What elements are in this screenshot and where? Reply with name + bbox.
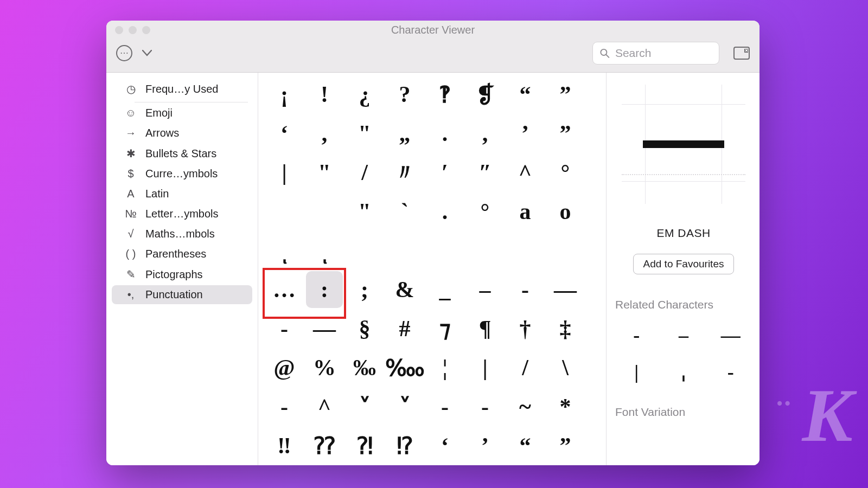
char-cell[interactable]: ͺ <box>306 232 343 269</box>
char-cell[interactable] <box>426 232 463 269</box>
char-cell[interactable]: ‘ <box>266 115 303 152</box>
char-cell[interactable]: ⁈ <box>346 427 383 464</box>
char-cell[interactable]: ‼ <box>266 427 303 464</box>
zoom-window-button[interactable] <box>142 26 150 34</box>
char-cell[interactable]: – <box>467 271 503 308</box>
char-cell[interactable]: — <box>306 310 343 347</box>
sidebar-item-latin[interactable]: ALatin <box>112 184 252 203</box>
char-cell[interactable]: ˅ <box>386 388 423 425</box>
char-cell[interactable]: o <box>547 193 584 230</box>
char-cell[interactable]: ? <box>386 76 423 113</box>
char-cell[interactable]: † <box>507 310 544 347</box>
char-cell[interactable]: - <box>467 388 503 425</box>
char-cell[interactable]: | <box>467 349 503 386</box>
related-char-cell[interactable]: - <box>709 356 752 388</box>
char-cell[interactable]: ‰ <box>346 349 383 386</box>
char-cell[interactable]: - <box>266 310 303 347</box>
char-cell[interactable]: " <box>306 154 343 191</box>
char-cell[interactable]: _ <box>426 271 463 308</box>
char-cell[interactable] <box>266 193 303 230</box>
char-cell[interactable]: @ <box>266 349 303 386</box>
sidebar-item-arrows[interactable]: →Arrows <box>112 124 252 143</box>
char-cell[interactable] <box>547 232 584 269</box>
actions-menu-button[interactable]: ⋯ <box>116 45 132 61</box>
char-cell[interactable]: , <box>306 115 343 152</box>
close-window-button[interactable] <box>115 26 123 34</box>
actions-menu-chevron[interactable] <box>142 50 152 56</box>
char-cell[interactable]: ^ <box>507 154 544 191</box>
char-cell[interactable]: ͺ <box>266 232 303 269</box>
char-cell[interactable]: ❡ <box>467 76 503 113</box>
char-cell[interactable]: „ <box>386 115 423 152</box>
char-cell[interactable]: ` <box>386 193 423 230</box>
char-cell[interactable]: “ <box>507 76 544 113</box>
sidebar-item-emoji[interactable]: ☺Emoji <box>112 104 252 123</box>
char-cell[interactable]: ¿ <box>346 76 383 113</box>
sidebar-item-pictographs[interactable]: ✎Pictographs <box>112 265 252 284</box>
char-cell[interactable]: " <box>346 115 383 152</box>
char-cell[interactable]: ” <box>547 115 584 152</box>
char-cell[interactable]: ‚ <box>467 115 503 152</box>
sidebar-item-bullets-stars[interactable]: ✱Bullets & Stars <box>112 144 252 163</box>
char-cell[interactable]: ˅ <box>346 388 383 425</box>
sidebar-item-parentheses[interactable]: ( )Parentheses <box>112 245 252 264</box>
char-cell[interactable]: - <box>426 388 463 425</box>
char-cell[interactable]: ” <box>547 76 584 113</box>
char-cell[interactable]: ‱ <box>386 349 423 386</box>
char-cell[interactable] <box>507 232 544 269</box>
char-cell[interactable]: / <box>346 154 383 191</box>
related-char-cell[interactable]: - <box>615 319 658 351</box>
char-cell[interactable]: ° <box>467 193 503 230</box>
char-cell[interactable]: . <box>426 193 463 230</box>
search-input[interactable] <box>615 47 712 60</box>
char-cell[interactable] <box>467 232 503 269</box>
char-cell[interactable]: / <box>507 349 544 386</box>
char-cell[interactable]: 〃 <box>386 154 423 191</box>
char-cell[interactable]: ⁉ <box>386 427 423 464</box>
char-cell[interactable]: ‡ <box>547 310 584 347</box>
related-char-cell[interactable]: ˌ <box>662 356 705 388</box>
search-field[interactable] <box>592 42 719 65</box>
char-cell[interactable]: . <box>426 115 463 152</box>
char-cell[interactable]: % <box>306 349 343 386</box>
char-cell[interactable]: ‘ <box>426 427 463 464</box>
collapse-panel-button[interactable] <box>733 47 750 60</box>
char-cell[interactable]: & <box>386 271 423 308</box>
char-cell[interactable]: | <box>266 154 303 191</box>
char-cell[interactable]: ’ <box>507 115 544 152</box>
add-to-favourites-button[interactable]: Add to Favourites <box>633 254 735 274</box>
sidebar-item-curre-ymbols[interactable]: $Curre…ymbols <box>112 164 252 183</box>
char-cell[interactable]: " <box>346 193 383 230</box>
char-cell[interactable]: : <box>306 271 343 308</box>
related-char-cell[interactable]: | <box>615 356 658 388</box>
char-cell[interactable]: ′ <box>426 154 463 191</box>
sidebar-item-frequ-y-used[interactable]: ◷Frequ…y Used <box>112 79 252 99</box>
char-cell[interactable]: ° <box>547 154 584 191</box>
char-cell[interactable]: ¦ <box>426 349 463 386</box>
char-cell[interactable]: ¶ <box>467 310 503 347</box>
char-cell[interactable]: — <box>547 271 584 308</box>
sidebar-item-letter-ymbols[interactable]: №Letter…ymbols <box>112 204 252 223</box>
char-cell[interactable]: § <box>346 310 383 347</box>
char-cell[interactable]: ; <box>346 271 383 308</box>
char-cell[interactable] <box>306 193 343 230</box>
char-cell[interactable]: ⁇ <box>306 427 343 464</box>
char-cell[interactable]: … <box>266 271 303 308</box>
char-cell[interactable]: ‽ <box>426 76 463 113</box>
related-char-cell[interactable]: — <box>709 319 752 351</box>
char-cell[interactable]: - <box>507 271 544 308</box>
char-cell[interactable]: ’ <box>467 427 503 464</box>
char-cell[interactable] <box>386 232 423 269</box>
char-cell[interactable]: - <box>266 388 303 425</box>
char-cell[interactable]: ¡ <box>266 76 303 113</box>
related-char-cell[interactable]: – <box>662 319 705 351</box>
char-cell[interactable]: ^ <box>306 388 343 425</box>
char-cell[interactable] <box>346 232 383 269</box>
char-cell[interactable]: ” <box>547 427 584 464</box>
char-cell[interactable]: ⁊ <box>426 310 463 347</box>
char-cell[interactable]: ″ <box>467 154 503 191</box>
char-cell[interactable]: # <box>386 310 423 347</box>
minimize-window-button[interactable] <box>129 26 137 34</box>
char-cell[interactable]: \ <box>547 349 584 386</box>
sidebar-item-maths-mbols[interactable]: √Maths…mbols <box>112 224 252 243</box>
